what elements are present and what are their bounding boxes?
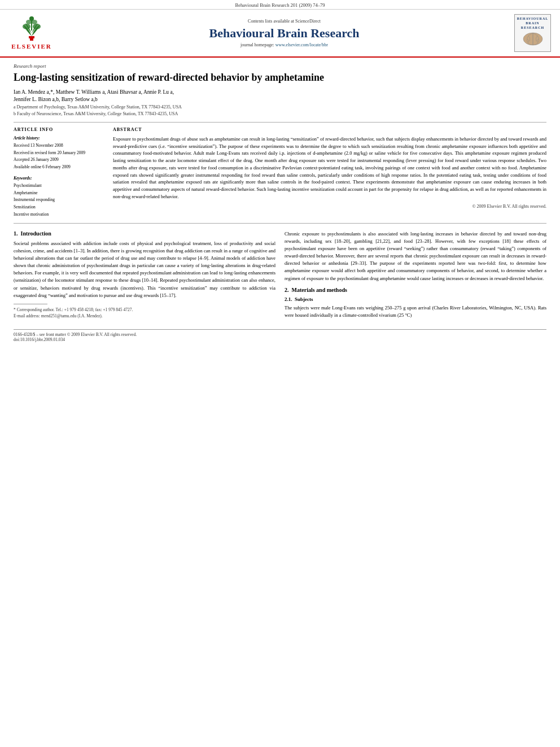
bottom-info: 0166-4328/$ – see front matter © 2009 El… [14, 329, 546, 342]
received-date: Received 13 November 2008 [14, 142, 104, 150]
right-column: Chronic exposure to psychostimulants is … [285, 230, 546, 324]
keywords-heading: Keywords: [14, 176, 104, 181]
chronic-exposure-text: Chronic exposure to psychostimulants is … [285, 230, 546, 282]
divider-1 [14, 122, 546, 123]
footnote-divider [14, 304, 47, 304]
divider-2 [14, 223, 546, 224]
issn-line: 0166-4328/$ – see front matter © 2009 El… [14, 332, 546, 337]
svg-point-6 [32, 20, 37, 24]
materials-heading: 2. Materials and methods [285, 287, 546, 293]
available-date: Available online 6 February 2009 [14, 164, 104, 171]
keyword-1: Psychostimulant [14, 182, 104, 190]
left-column: 1. Introduction Societal problems associ… [14, 230, 275, 324]
body-content: 1. Introduction Societal problems associ… [14, 230, 546, 324]
bbr-logo: BEHAVIOURALBRAINRESEARCH [514, 14, 551, 52]
elsevier-wordmark: ELSEVIER [11, 43, 52, 50]
citation-text: Behavioural Brain Research 201 (2009) 74… [235, 2, 325, 8]
abstract-heading: ABSTRACT [113, 127, 546, 132]
article-title: Long-lasting sensitization of reward-dir… [14, 71, 546, 84]
intro-text: Societal problems associated with addict… [14, 240, 275, 299]
subjects-text: The subjects were male Long-Evans rats w… [285, 304, 546, 319]
bbr-logo-text: BEHAVIOURALBRAINRESEARCH [517, 17, 549, 30]
affiliation-b: b Faculty of Neuroscience, Texas A&M Uni… [14, 111, 546, 117]
svg-point-4 [33, 24, 41, 29]
elsevier-tree-icon [18, 16, 46, 42]
keyword-3: Instrumental responding [14, 196, 104, 204]
bbr-brain-icon [522, 31, 544, 47]
subjects-heading: 2.1. Subjects [285, 296, 546, 302]
svg-point-3 [23, 24, 30, 29]
authors-line2: Jennifer L. Bizon a,b, Barry Setlow a,b [14, 97, 546, 102]
affiliation-a: a Department of Psychology, Texas A&M Un… [14, 104, 546, 111]
footnote-email: E-mail address: mend251@tamu.edu (I.A. M… [14, 313, 275, 319]
authors-line1: Ian A. Mendez a,*, Matthew T. Williams a… [14, 89, 546, 95]
affiliations: a Department of Psychology, Texas A&M Un… [14, 104, 546, 117]
info-abstract-row: ARTICLE INFO Article history: Received 1… [14, 127, 546, 219]
svg-point-5 [26, 20, 32, 24]
abstract-text: Exposure to psychostimulant drugs of abu… [113, 136, 546, 200]
journal-homepage-line: journal homepage: www.elsevier.com/locat… [54, 42, 514, 47]
keyword-4: Sensitization [14, 204, 104, 211]
journal-title: Behavioural Brain Research [54, 26, 514, 41]
doi-line: doi:10.1016/j.bbr.2009.01.034 [14, 337, 546, 342]
revised-date: Received in revised form 20 January 2009 [14, 150, 104, 157]
section-label: Research report [14, 63, 546, 69]
keywords-list: Psychostimulant Amphetamine Instrumental… [14, 182, 104, 219]
accepted-date: Accepted 26 January 2009 [14, 156, 104, 164]
footnote-star: * Corresponding author. Tel.: +1 979 458… [14, 307, 275, 313]
article-info-heading: ARTICLE INFO [14, 127, 104, 132]
copyright-notice: © 2009 Elsevier B.V. All rights reserved… [113, 204, 546, 209]
svg-rect-1 [29, 36, 34, 38]
journal-title-section: Contents lists available at ScienceDirec… [54, 19, 514, 47]
citation-bar: Behavioural Brain Research 201 (2009) 74… [0, 0, 560, 10]
keyword-2: Amphetamine [14, 190, 104, 197]
keyword-5: Incentive motivation [14, 211, 104, 219]
main-content: Research report Long-lasting sensitizati… [0, 58, 560, 348]
article-info-panel: ARTICLE INFO Article history: Received 1… [14, 127, 104, 219]
abstract-panel: ABSTRACT Exposure to psychostimulant dru… [113, 127, 546, 219]
journal-header: ELSEVIER Contents lists available at Sci… [0, 10, 560, 58]
article-dates: Received 13 November 2008 Received in re… [14, 142, 104, 171]
elsevier-logo: ELSEVIER [9, 16, 54, 50]
intro-heading: 1. Introduction [14, 230, 275, 237]
history-label: Article history: [14, 136, 104, 141]
contents-available: Contents lists available at ScienceDirec… [54, 19, 514, 24]
